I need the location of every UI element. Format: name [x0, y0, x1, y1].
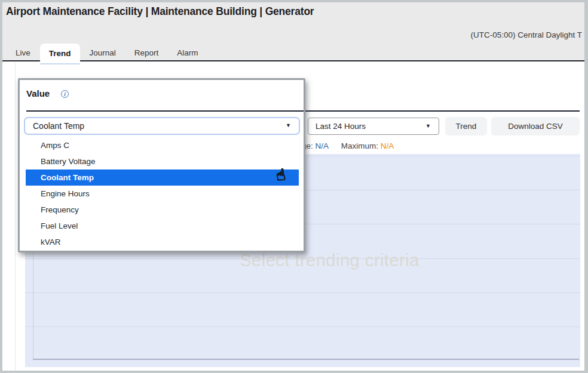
chart-placeholder-text: Select trending criteria — [79, 251, 580, 270]
value-option-list: Amps C Battery Voltage Coolant Temp Engi… — [20, 137, 304, 250]
chevron-down-icon: ▼ — [286, 118, 291, 133]
option-frequency[interactable]: Frequency — [20, 202, 304, 218]
popup-divider — [26, 110, 304, 112]
value-select-current: Coolant Temp — [33, 121, 84, 131]
tab-bar: Live Trend Journal Report Alarm — [16, 43, 198, 63]
option-engine-hours[interactable]: Engine Hours — [20, 186, 304, 202]
stat-partial-value: N/A — [316, 141, 329, 150]
timezone-label: (UTC-05:00) Central Daylight T — [470, 30, 582, 39]
value-label: Value — [26, 88, 50, 98]
option-fuel-level[interactable]: Fuel Level — [20, 218, 304, 234]
value-dropdown-panel: Value i Coolant Temp ▼ Amps C Battery Vo… — [18, 78, 305, 252]
time-range-select[interactable]: Last 24 Hours ▼ — [308, 118, 439, 135]
tab-journal[interactable]: Journal — [90, 44, 116, 62]
time-range-value: Last 24 Hours — [316, 122, 366, 131]
stats-row: ge: N/A Maximum: N/A — [302, 141, 394, 150]
trend-button[interactable]: Trend — [445, 117, 487, 135]
download-csv-button[interactable]: Download CSV — [491, 117, 580, 135]
chevron-down-icon: ▼ — [425, 118, 431, 134]
option-battery-voltage[interactable]: Battery Voltage — [20, 153, 304, 169]
app-window: Airport Maintenance Facility | Maintenan… — [0, 0, 588, 373]
page-title: Airport Maintenance Facility | Maintenan… — [6, 5, 314, 18]
stat-maximum-label: Maximum: — [341, 141, 378, 150]
tab-trend[interactable]: Trend — [40, 44, 80, 64]
tab-report[interactable]: Report — [134, 44, 159, 62]
x-axis-line — [33, 359, 579, 360]
tab-alarm[interactable]: Alarm — [177, 44, 198, 62]
option-kvar[interactable]: kVAR — [20, 234, 304, 250]
panel-left-border — [15, 63, 16, 371]
option-amps-c[interactable]: Amps C — [20, 137, 304, 153]
stat-maximum-value: N/A — [381, 141, 394, 150]
value-select[interactable]: Coolant Temp ▼ — [24, 117, 300, 135]
gridline — [25, 292, 580, 293]
gridline — [25, 326, 580, 327]
tab-live[interactable]: Live — [16, 44, 30, 62]
header: Airport Maintenance Facility | Maintenan… — [2, 2, 584, 61]
info-icon[interactable]: i — [61, 90, 69, 98]
option-coolant-temp[interactable]: Coolant Temp — [26, 169, 299, 186]
